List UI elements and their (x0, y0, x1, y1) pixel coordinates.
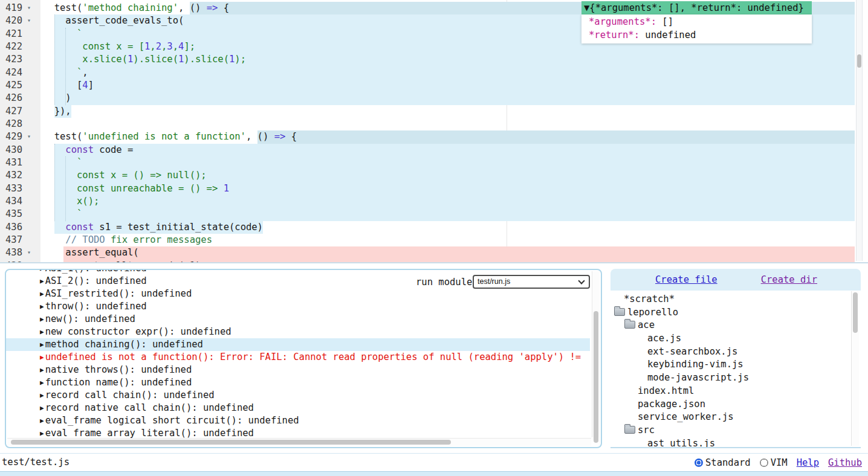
folder-icon (624, 321, 635, 329)
create-dir-link[interactable]: Create dir (761, 269, 817, 291)
test-result-row[interactable]: ▶new constructor expr(): undefined (6, 326, 590, 338)
test-results-panel: ▶ASI_1(): undefined▶ASI_2(): undefined▶A… (5, 269, 602, 448)
expand-triangle-icon[interactable]: ▶ (40, 300, 44, 313)
github-link[interactable]: Github (828, 457, 862, 468)
code-line[interactable]: 424 `, (0, 66, 868, 79)
file-tree-item[interactable]: ext-searchbox.js (611, 346, 861, 359)
code-line[interactable]: 433 const unreachable = () => 1 (0, 182, 868, 195)
code-line[interactable]: 426 ) (0, 92, 868, 105)
expand-triangle-icon[interactable]: ▶ (40, 351, 44, 364)
radio-unselected-icon[interactable] (760, 458, 768, 467)
code-line[interactable]: 427 }), (0, 105, 868, 118)
file-name: leporello (627, 307, 678, 318)
create-file-link[interactable]: Create file (655, 269, 717, 291)
file-tree-item[interactable]: leporello (611, 306, 861, 320)
code-line[interactable]: 432 const x = () => null(); (0, 169, 868, 182)
expand-triangle-icon[interactable]: ▶ (40, 389, 44, 402)
keybinding-option-vim[interactable]: VIM (760, 457, 788, 468)
console-vertical-scrollbar-thumb[interactable] (594, 311, 598, 443)
code-line[interactable]: 435 ` (0, 208, 868, 220)
expand-triangle-icon[interactable]: ▶ (40, 376, 44, 389)
code-text: ` (43, 208, 82, 220)
tooltip-row[interactable]: *return*: undefined (581, 28, 812, 42)
chevron-down-icon (578, 277, 585, 284)
test-result-row[interactable]: ▶method chaining(): undefined (6, 338, 590, 351)
code-line[interactable]: 430 const code = (0, 144, 868, 156)
file-tree-item[interactable]: src (611, 424, 861, 437)
code-text: test('undefined is not a function', () =… (43, 130, 297, 143)
code-line[interactable]: 429▾ test('undefined is not a function',… (0, 130, 868, 143)
file-name: ace.js (647, 333, 681, 344)
test-result-row[interactable]: ▶ASI_restrited(): undefined (6, 288, 590, 300)
code-line[interactable]: 425 [4] (0, 79, 868, 92)
line-number: 439 (0, 260, 40, 263)
test-result-row[interactable]: ▶eval_frame logical short circuit(): und… (6, 414, 590, 427)
file-tree-item[interactable]: package.json (611, 398, 861, 411)
code-line[interactable]: 437 // TODO fix error messages (0, 234, 868, 246)
expand-triangle-icon[interactable]: ▶ (40, 313, 44, 326)
file-tree-item[interactable]: service_worker.js (611, 411, 861, 424)
files-vertical-scrollbar-thumb[interactable] (853, 292, 858, 333)
expand-triangle-icon[interactable]: ▶ (40, 275, 44, 288)
line-number: 428 (0, 118, 40, 130)
tooltip-header[interactable]: ▼{*arguments*: [], *return*: undefined} (581, 1, 812, 14)
code-line[interactable]: 434 x(); (0, 195, 868, 208)
test-result-row[interactable]: ▶eval_frame array_literal(): undefined (6, 427, 590, 438)
file-tree-item[interactable]: keybinding-vim.js (611, 358, 861, 371)
code-line[interactable]: 436 const s1 = test_initial_state(code) (0, 221, 868, 234)
fold-arrow-icon[interactable]: ▾ (27, 130, 31, 143)
console-horizontal-scrollbar[interactable] (7, 438, 591, 446)
fold-arrow-icon[interactable]: ▾ (27, 14, 31, 27)
expand-triangle-icon[interactable]: ▶ (40, 364, 44, 376)
code-editor[interactable]: 419▾ test('method chaining', () => {420▾… (0, 0, 868, 263)
run-module-select[interactable]: test/run.js (473, 275, 590, 289)
test-result-row[interactable]: ▶native throws(): undefined (6, 364, 590, 376)
test-result-row[interactable]: ▶undefined is not a function(): Error: F… (6, 351, 590, 364)
code-text: }), (43, 105, 71, 118)
test-result-text: record call chain(): undefined (45, 390, 215, 400)
code-line[interactable]: 431 ` (0, 156, 868, 169)
console-horizontal-scrollbar-thumb[interactable] (11, 440, 451, 445)
radio-selected-icon[interactable] (695, 458, 703, 467)
editor-vertical-scrollbar-thumb[interactable] (857, 54, 861, 68)
tooltip-row[interactable]: *arguments*: [] (581, 15, 812, 28)
file-tree-item[interactable]: *scratch* (611, 293, 861, 306)
file-tree-item[interactable]: ast_utils.js (611, 437, 861, 448)
keybinding-option-standard[interactable]: Standard (695, 457, 751, 468)
expand-triangle-icon[interactable]: ▶ (40, 402, 44, 414)
line-number: 438 (0, 246, 40, 259)
expand-triangle-icon[interactable]: ▶ (40, 414, 44, 427)
test-result-row[interactable]: ▶function name(): undefined (6, 376, 590, 389)
test-result-row[interactable]: ▶throw(): undefined (6, 300, 590, 313)
fold-arrow-icon[interactable]: ▾ (27, 246, 31, 259)
line-number: 431 (0, 156, 40, 169)
expand-triangle-icon[interactable]: ▶ (40, 427, 44, 438)
test-result-row[interactable]: ▶new(): undefined (6, 313, 590, 326)
indent-guide (54, 144, 55, 221)
help-link[interactable]: Help (797, 457, 819, 468)
execution-highlight (54, 79, 855, 92)
expand-triangle-icon[interactable]: ▶ (40, 288, 44, 300)
code-line[interactable]: 438▾ assert_equal( (0, 246, 868, 259)
code-text: ` (43, 156, 82, 169)
test-result-row[interactable]: ▶record call chain(): undefined (6, 389, 590, 402)
current-file-path: test/test.js (2, 454, 70, 471)
file-tree-item[interactable]: index.html (611, 385, 861, 398)
fold-arrow-icon[interactable]: ▾ (27, 1, 31, 14)
test-result-row[interactable]: ▶ASI_1(): undefined (6, 270, 590, 275)
code-line[interactable]: 439 root_calltree_node(s1) (0, 260, 868, 263)
files-vertical-scrollbar[interactable] (851, 291, 859, 446)
expand-triangle-icon[interactable]: ▶ (40, 326, 44, 338)
code-line[interactable]: 423 x.slice(1).slice(1).slice(1); (0, 53, 868, 66)
file-tree-item[interactable]: ace (611, 319, 861, 332)
expand-triangle-icon[interactable]: ▶ (40, 338, 44, 351)
file-name: index.html (638, 385, 694, 396)
file-name: ast_utils.js (647, 438, 715, 448)
code-line[interactable]: 428 (0, 118, 868, 130)
console-vertical-scrollbar[interactable] (592, 271, 600, 437)
editor-vertical-scrollbar[interactable] (856, 0, 863, 261)
file-tree-item[interactable]: mode-javascript.js (611, 371, 861, 385)
file-tree-item[interactable]: ace.js (611, 332, 861, 346)
expand-triangle-icon[interactable]: ▶ (40, 270, 44, 275)
test-result-row[interactable]: ▶record native call chain(): undefined (6, 402, 590, 414)
